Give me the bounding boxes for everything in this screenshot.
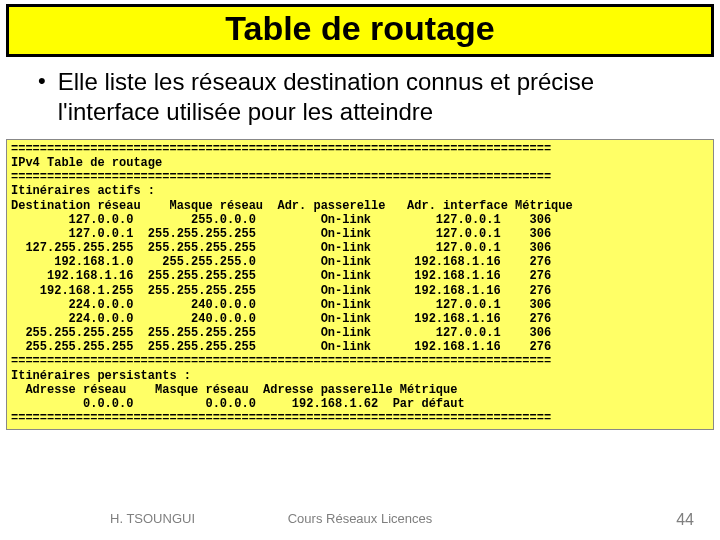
term-header: IPv4 Table de routage [11, 156, 162, 170]
term-row: 255.255.255.255 255.255.255.255 On-link … [11, 340, 551, 354]
bullet-post: pour les atteindre [241, 98, 433, 125]
bullet-block: • Elle liste les réseaux destination con… [0, 57, 720, 139]
term-cols: Destination réseau Masque réseau Adr. pa… [11, 199, 573, 213]
term-sep-2: ========================================… [11, 170, 551, 184]
term-row: 224.0.0.0 240.0.0.0 On-link 192.168.1.16… [11, 312, 551, 326]
term-row: 127.0.0.1 255.255.255.255 On-link 127.0.… [11, 227, 551, 241]
term-row: 127.0.0.0 255.0.0.0 On-link 127.0.0.1 30… [11, 213, 551, 227]
term-sep-1: ========================================… [11, 142, 551, 156]
term-row: 192.168.1.255 255.255.255.255 On-link 19… [11, 284, 551, 298]
term-sep-4: ========================================… [11, 411, 551, 425]
bullet-pre: Elle liste les [58, 68, 191, 95]
footer-author: H. TSOUNGUI [110, 511, 195, 526]
bullet-emph2: interface utilisée [68, 98, 241, 125]
bullet-dot: • [38, 67, 46, 127]
term-row: 224.0.0.0 240.0.0.0 On-link 127.0.0.1 30… [11, 298, 551, 312]
term-row: 192.168.1.16 255.255.255.255 On-link 192… [11, 269, 551, 283]
routing-terminal: ========================================… [6, 139, 714, 430]
footer-course: Cours Réseaux Licences [288, 511, 433, 526]
bullet-text: Elle liste les réseaux destination connu… [58, 67, 692, 127]
term-actifs: Itinéraires actifs : [11, 184, 155, 198]
term-row: 127.255.255.255 255.255.255.255 On-link … [11, 241, 551, 255]
bullet-emph1: réseaux destination [191, 68, 399, 95]
term-row: 192.168.1.0 255.255.255.0 On-link 192.16… [11, 255, 551, 269]
term-row: 255.255.255.255 255.255.255.255 On-link … [11, 326, 551, 340]
term-sep-3: ========================================… [11, 354, 551, 368]
term-pcols: Adresse réseau Masque réseau Adresse pas… [11, 383, 457, 397]
footer: H. TSOUNGUI Cours Réseaux Licences 44 [0, 511, 720, 526]
slide-title: Table de routage [9, 9, 711, 48]
term-prow: 0.0.0.0 0.0.0.0 192.168.1.62 Par défaut [11, 397, 465, 411]
footer-page: 44 [676, 511, 694, 529]
term-persist: Itinéraires persistants : [11, 369, 191, 383]
title-bar: Table de routage [6, 4, 714, 57]
